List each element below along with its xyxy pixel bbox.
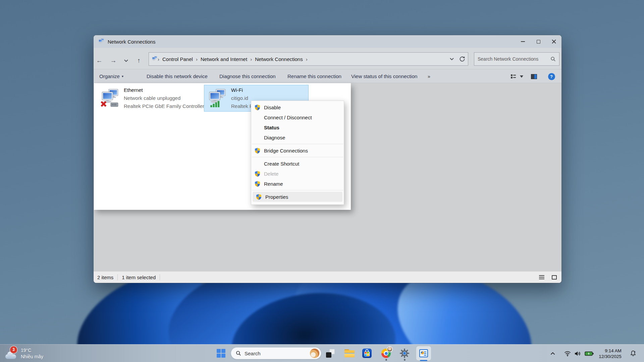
help-button[interactable]: ? [547,72,556,81]
chrome-profile-avatar [387,347,392,352]
uac-shield-icon [254,104,261,111]
taskbar-search-button[interactable]: Search [231,347,321,359]
battery-charging-icon [585,351,594,356]
weather-temperature: 19°C [21,347,43,354]
titlebar[interactable]: Network Connections [94,35,561,48]
menu-item-label: Disable [264,105,281,110]
caret-down-icon [520,75,523,78]
breadcrumb-control-panel[interactable]: Control Panel [159,56,196,62]
minimize-icon [521,41,525,42]
help-icon: ? [548,73,555,80]
volume-button[interactable] [573,345,582,362]
clock[interactable]: 9:14 AM 12/30/2025 [595,345,625,362]
preview-pane-button[interactable] [530,72,538,81]
window-icon [98,38,105,45]
close-button[interactable] [546,35,561,48]
microsoft-store-icon [362,349,372,358]
chevron-down-icon [124,59,128,62]
taskbar: 3 19°C Nhiều mây Search [0,344,644,362]
menu-item-status[interactable]: Status [251,122,344,132]
menu-item-rename[interactable]: Rename [251,179,344,189]
preview-pane-icon [531,74,537,79]
connection-ethernet[interactable]: Ethernet Network cable unplugged Realtek… [97,85,202,112]
recent-locations-button[interactable] [120,55,132,66]
address-row: ← → ↑ › Control Panel › Network and Inte… [94,48,561,69]
task-view-icon [326,349,335,358]
maximize-icon [537,40,540,44]
menu-item-label: Properties [265,194,288,200]
bing-daily-image [310,349,319,358]
microsoft-store-button[interactable] [360,346,374,360]
start-button[interactable] [214,346,228,360]
change-view-button[interactable] [509,72,518,81]
widgets-weather-button[interactable]: 3 19°C Nhiều mây [5,345,43,362]
menu-item-label: Diagnose [264,135,285,140]
view-status-button[interactable]: View status of this connection [351,69,417,83]
toolbar-overflow-button[interactable]: » [428,69,430,83]
menu-item-disable[interactable]: Disable [251,102,344,112]
breadcrumb-separator: › [306,56,308,62]
items-view: Ethernet Network cable unplugged Realtek… [94,83,561,272]
windows-logo-icon [217,349,225,358]
file-explorer-icon [344,349,355,357]
speaker-icon [575,351,581,356]
active-app-indicator [420,360,427,361]
ethernet-adapter-icon [100,88,120,108]
forward-button[interactable]: → [108,55,119,66]
chrome-button[interactable] [379,346,393,360]
organize-button[interactable]: Organize ▾ [99,69,123,83]
minimize-button[interactable] [515,35,531,48]
tray-date: 12/30/2025 [599,354,622,359]
maximize-button[interactable] [531,35,546,48]
selected-count: 1 item selected [122,275,156,280]
search-label: Search [245,351,261,356]
file-explorer-button[interactable] [342,346,357,360]
menu-item-connect-disconnect[interactable]: Connect / Disconnect [251,112,344,122]
cloud-icon [5,354,16,359]
search-input[interactable]: Search Network Connections [474,52,559,66]
menu-item-delete: Delete [251,169,344,179]
address-dropdown-icon[interactable] [450,58,454,60]
back-button[interactable]: ← [94,55,105,66]
rename-connection-button[interactable]: Rename this connection [287,69,341,83]
view-options-icon [511,74,516,79]
tray-overflow-button[interactable] [548,345,557,362]
search-placeholder: Search Network Connections [478,56,538,62]
uac-shield-icon [254,147,261,154]
weather-condition: Nhiều mây [21,354,43,360]
menu-item-label: Create Shortcut [264,161,299,167]
details-view-button[interactable] [539,275,544,279]
menu-item-label: Rename [264,181,283,187]
menu-item-label: Bridge Connections [264,148,308,154]
forward-icon: → [110,57,117,64]
up-button[interactable]: ↑ [133,55,145,66]
task-view-button[interactable] [323,346,338,360]
disable-device-button[interactable]: Disable this network device [147,69,208,83]
network-connections-app-icon [419,349,428,357]
bell-dnd-icon: z [630,350,636,357]
details-view-icon [539,275,544,279]
breadcrumb-network-and-internet[interactable]: Network and Internet [198,56,250,62]
wifi-status-button[interactable] [563,345,572,362]
diagnose-connection-button[interactable]: Diagnose this connection [219,69,276,83]
menu-item-diagnose[interactable]: Diagnose [251,132,344,142]
notification-badge: 3 [10,346,17,353]
breadcrumb-network-connections[interactable]: Network Connections [252,56,306,62]
address-bar[interactable]: › Control Panel › Network and Internet ›… [149,52,468,66]
menu-item-create-shortcut[interactable]: Create Shortcut [251,159,344,169]
back-icon: ← [96,57,103,64]
up-icon: ↑ [137,57,141,64]
items-count: 2 items [97,275,113,280]
organize-caret-icon: ▾ [122,74,123,78]
window-title: Network Connections [108,39,156,45]
notification-center-button[interactable]: z [628,345,638,362]
view-caret-button[interactable] [519,72,524,81]
menu-item-properties[interactable]: Properties [253,192,342,202]
icons-view-button[interactable] [552,275,557,280]
menu-item-bridge-connections[interactable]: Bridge Connections [251,145,344,156]
tray-time: 9:14 AM [599,348,622,354]
battery-button[interactable] [584,345,594,362]
network-connections-app-button[interactable] [416,346,431,360]
settings-button[interactable] [397,346,412,360]
refresh-icon[interactable] [459,56,465,62]
